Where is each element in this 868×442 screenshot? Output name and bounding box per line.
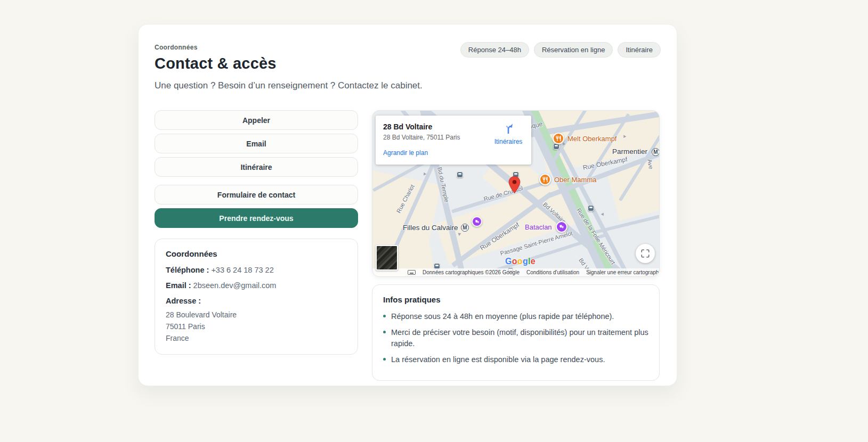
pan-arrows-icon	[640, 249, 650, 258]
keyboard-shortcuts-icon[interactable]	[408, 270, 416, 275]
page-subtitle: Une question ? Besoin d’un renseignement…	[155, 80, 661, 91]
street-label: Ave	[646, 159, 654, 170]
map-attribution-bar: Données cartographiques ©2026 Google Con…	[372, 268, 659, 276]
train-station-icon	[588, 205, 594, 211]
right-column: Av. de la République Rue Oberkampf Rue O…	[372, 110, 660, 381]
contact-section-card: Coordonnées Contact & accès Une question…	[138, 24, 677, 386]
poi-label-melt-oberkampf[interactable]: Melt Oberkampf	[567, 135, 616, 143]
restaurant-poi-icon[interactable]	[539, 174, 551, 185]
oneway-arrow-icon	[601, 212, 605, 216]
address-label: Adresse :	[166, 297, 201, 305]
info-item-text: Merci de préciser votre besoin (motif, d…	[391, 327, 648, 349]
phone-value[interactable]: +33 6 24 18 73 22	[211, 266, 273, 274]
theater-poi-icon[interactable]	[472, 216, 482, 227]
phone-row: Téléphone : +33 6 24 18 73 22	[166, 266, 347, 274]
directions-button[interactable]: Itinéraire	[155, 157, 358, 177]
email-value[interactable]: 2bseen.dev@gmail.com	[193, 281, 277, 290]
contact-details-card: Coordonnées Téléphone : +33 6 24 18 73 2…	[155, 239, 358, 355]
contact-card-title: Coordonnées	[166, 249, 347, 258]
badge-online-booking: Réservation en ligne	[534, 42, 613, 58]
address-line-country: France	[166, 332, 347, 344]
list-item: La réservation en ligne est disponible v…	[383, 354, 648, 365]
bus-stop-icon	[457, 171, 463, 178]
badge-response-time: Réponse 24–48h	[460, 42, 529, 58]
restaurant-poi-icon[interactable]	[553, 133, 564, 144]
badge-row: Réponse 24–48h Réservation en ligne Itin…	[460, 42, 661, 58]
list-item: Merci de préciser votre besoin (motif, d…	[383, 327, 648, 349]
list-item: Réponse sous 24 à 48h en moyenne (plus r…	[383, 311, 648, 322]
map-pin-icon[interactable]	[508, 176, 521, 196]
pan-control-button[interactable]	[636, 244, 655, 263]
directions-fork-icon	[502, 122, 515, 135]
theater-poi-icon[interactable]	[556, 221, 567, 233]
map-data-attribution: Données cartographiques ©2026 Google	[423, 269, 520, 275]
report-error-link[interactable]: Signaler une erreur cartographique	[586, 269, 660, 275]
email-row: Email : 2bseen.dev@gmail.com	[166, 281, 347, 290]
content-columns: Appeler Email Itinéraire Formulaire de c…	[155, 110, 660, 381]
address-line-city: 75011 Paris	[166, 321, 347, 332]
call-button[interactable]: Appeler	[155, 110, 358, 130]
contact-form-button[interactable]: Formulaire de contact	[155, 185, 358, 204]
address-line-street: 28 Boulevard Voltaire	[166, 309, 347, 321]
google-logo[interactable]: Google	[505, 257, 536, 266]
directions-link-label: Itinéraires	[491, 138, 526, 145]
area-label-parmentier: Parmentier	[612, 148, 647, 155]
book-appointment-button[interactable]: Prendre rendez-vous	[155, 208, 358, 228]
terms-link[interactable]: Conditions d'utilisation	[526, 269, 579, 275]
poi-label-bataclan[interactable]: Bataclan	[525, 223, 552, 231]
email-label: Email :	[166, 281, 191, 290]
google-map-embed[interactable]: Av. de la République Rue Oberkampf Rue O…	[372, 110, 660, 277]
practical-info-title: Infos pratiques	[383, 295, 648, 304]
info-item-text: Réponse sous 24 à 48h en moyenne (plus r…	[391, 311, 614, 322]
left-column: Appeler Email Itinéraire Formulaire de c…	[155, 110, 358, 381]
poi-label-ober-mamma[interactable]: Ober Mamma	[554, 176, 596, 184]
map-info-overlay: 28 Bd Voltaire 28 Bd Voltaire, 75011 Par…	[376, 116, 531, 165]
map-directions-control[interactable]: Itinéraires	[491, 122, 526, 145]
phone-label: Téléphone :	[166, 266, 209, 274]
bullet-icon	[383, 315, 386, 317]
practical-info-card: Infos pratiques Réponse sous 24 à 48h en…	[372, 284, 660, 381]
satellite-view-toggle[interactable]	[376, 245, 398, 271]
email-button[interactable]: Email	[155, 134, 358, 153]
address-row: Adresse :	[166, 297, 347, 305]
metro-icon	[461, 224, 469, 232]
info-item-text: La réservation en ligne est disponible v…	[391, 354, 605, 365]
metro-icon	[652, 148, 660, 156]
bullet-icon	[383, 358, 386, 361]
area-label-filles-du-calvaire: Filles du Calvaire	[403, 224, 458, 232]
enlarge-map-link[interactable]: Agrandir le plan	[383, 149, 524, 157]
badge-directions: Itinéraire	[618, 42, 661, 58]
bullet-icon	[383, 331, 386, 333]
